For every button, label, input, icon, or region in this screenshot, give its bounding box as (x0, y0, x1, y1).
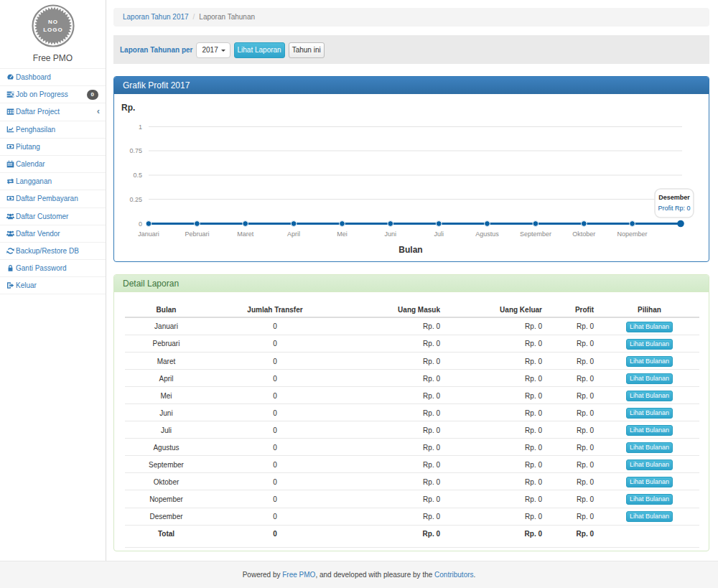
svg-text:0.5: 0.5 (133, 172, 142, 179)
svg-text:Agustus: Agustus (475, 230, 499, 238)
svg-text:September: September (520, 230, 551, 238)
svg-text:Oktober: Oktober (572, 230, 595, 238)
svg-text:Januari: Januari (138, 230, 159, 238)
svg-text:Rp.: Rp. (121, 103, 135, 113)
svg-text:Mei: Mei (337, 230, 348, 238)
svg-text:0.25: 0.25 (129, 196, 142, 203)
svg-text:Maret: Maret (237, 230, 254, 238)
svg-text:NO: NO (48, 19, 58, 25)
svg-text:Profit Rp: 0: Profit Rp: 0 (658, 205, 690, 212)
svg-text:April: April (287, 230, 300, 238)
svg-text:Juli: Juli (434, 230, 444, 238)
svg-text:LOGO: LOGO (43, 27, 63, 33)
svg-text:1: 1 (139, 123, 142, 131)
svg-text:Nopember: Nopember (617, 230, 648, 238)
svg-text:Juni: Juni (385, 230, 397, 238)
svg-text:Pebruari: Pebruari (185, 230, 209, 238)
svg-text:0: 0 (139, 220, 142, 228)
svg-text:Desember: Desember (658, 194, 690, 201)
svg-text:Bulan: Bulan (398, 245, 422, 255)
svg-text:0.75: 0.75 (129, 147, 142, 154)
